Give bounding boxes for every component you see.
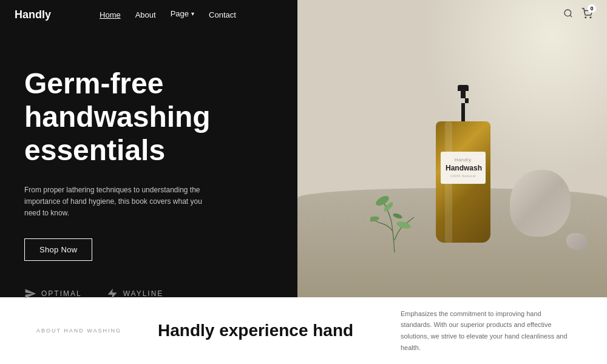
bottle-body: Handly Handwash 100% Natural	[436, 121, 490, 243]
plant-decoration	[370, 192, 419, 255]
search-icon[interactable]	[563, 8, 573, 21]
svg-point-2	[585, 17, 586, 18]
hero-section: Handly Home About Page ▾ Contact Germ-fr…	[0, 0, 607, 297]
svg-point-8	[392, 212, 402, 220]
zap-icon	[106, 288, 118, 300]
nav-link-home[interactable]: Home	[100, 10, 121, 19]
pump-head	[458, 85, 469, 91]
send-icon	[24, 288, 36, 300]
svg-point-3	[590, 17, 591, 18]
plant-svg	[370, 192, 419, 252]
brand-logos: Optimal WAYLINE	[24, 273, 273, 300]
hero-title: Germ-free handwashing essentials	[24, 67, 273, 167]
svg-point-5	[396, 220, 412, 230]
hero-right-panel: 0	[297, 0, 607, 297]
brand-wayline: WAYLINE	[106, 288, 164, 300]
about-section: ABOUT HAND WASHING Handly experience han…	[0, 297, 607, 364]
rock-small	[566, 233, 588, 250]
product-bottle: Handly Handwash 100% Natural	[436, 85, 490, 243]
nav-item-about[interactable]: About	[135, 9, 156, 20]
about-description: Emphasizes the commitment to improving h…	[401, 308, 571, 354]
navbar-right: 0	[297, 0, 607, 29]
hero-description: From proper lathering techniques to unde…	[24, 184, 219, 220]
cart-badge: 0	[588, 4, 596, 13]
hero-left-panel: Handly Home About Page ▾ Contact Germ-fr…	[0, 0, 297, 297]
bottle-label: Handly Handwash 100% Natural	[441, 152, 486, 184]
navbar: Handly Home About Page ▾ Contact	[0, 0, 297, 29]
pump-arm-v	[465, 98, 469, 103]
nav-link-contact[interactable]: Contact	[209, 10, 236, 19]
product-scene: Handly Handwash 100% Natural	[297, 0, 607, 297]
brand-logo-text: Handly	[15, 8, 51, 21]
nav-link-page[interactable]: Page ▾	[171, 9, 194, 18]
search-svg	[563, 8, 573, 18]
about-title: Handly experience hand	[158, 320, 364, 342]
bottle-name: Handwash	[446, 164, 481, 172]
nav-icons: 0	[563, 8, 592, 21]
cart-icon[interactable]: 0	[582, 8, 592, 21]
brand-optimal: Optimal	[24, 288, 82, 300]
pump-arm-h	[461, 91, 466, 98]
chevron-down-icon: ▾	[191, 10, 194, 17]
bottle-sub: 100% Natural	[446, 174, 481, 178]
rock-large	[510, 170, 571, 237]
brand-optimal-label: Optimal	[41, 289, 82, 298]
pump-neck	[461, 103, 465, 121]
nav-links: Home About Page ▾ Contact	[100, 9, 236, 20]
svg-point-6	[370, 215, 380, 222]
about-section-label: ABOUT HAND WASHING	[36, 328, 121, 334]
svg-point-0	[565, 10, 571, 16]
bottle-brand: Handly	[446, 158, 481, 162]
nav-item-home[interactable]: Home	[100, 9, 121, 20]
nav-item-contact[interactable]: Contact	[209, 9, 236, 20]
svg-line-1	[570, 15, 572, 17]
nav-item-page[interactable]: Page ▾	[171, 9, 194, 20]
brand-wayline-label: WAYLINE	[123, 289, 164, 298]
shop-now-button[interactable]: Shop Now	[24, 238, 92, 261]
hero-content: Germ-free handwashing essentials From pr…	[24, 67, 273, 261]
nav-link-about[interactable]: About	[135, 10, 156, 19]
